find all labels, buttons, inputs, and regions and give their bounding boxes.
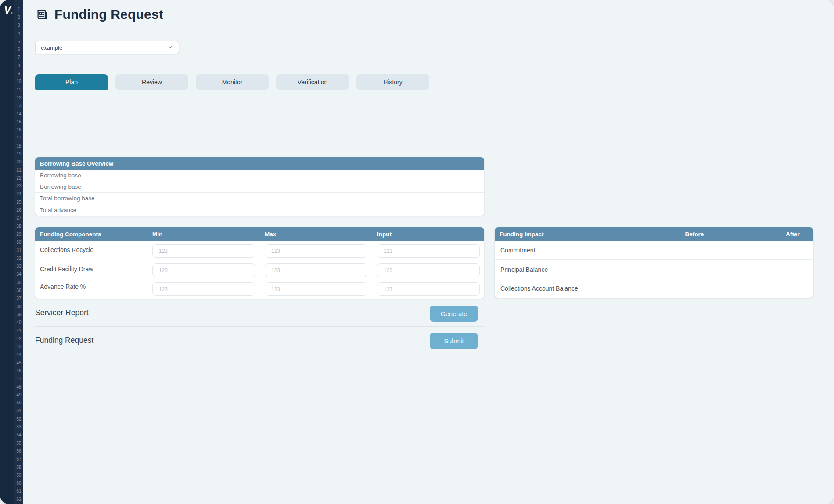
input-credit-facility-draw-input[interactable] xyxy=(377,263,480,277)
line-number: 10 xyxy=(14,78,23,86)
funding-components-header: Funding Components Min Max Input xyxy=(35,227,484,241)
line-number: 42 xyxy=(14,335,23,342)
line-number: 18 xyxy=(14,142,23,150)
line-number: 49 xyxy=(14,391,23,399)
line-number: 3 xyxy=(14,22,23,29)
input-advance-rate-max[interactable] xyxy=(265,282,367,296)
column-header-before: Before xyxy=(685,227,704,241)
line-number: 9 xyxy=(14,69,23,77)
deal-select[interactable]: example xyxy=(35,41,179,54)
line-number: 56 xyxy=(14,447,23,455)
servicer-report-label: Servicer Report xyxy=(35,308,89,317)
line-number: 4 xyxy=(14,29,23,37)
page-title: Funding Request xyxy=(54,7,163,22)
line-number: 48 xyxy=(14,383,23,391)
line-number: 24 xyxy=(14,190,23,198)
line-number: 11 xyxy=(14,86,23,94)
line-number: 14 xyxy=(14,110,23,118)
table-row: Collections Account Balance xyxy=(495,279,813,298)
input-advance-rate-min[interactable] xyxy=(152,282,255,296)
line-number: 52 xyxy=(14,415,23,423)
column-header-max: Max xyxy=(265,227,276,241)
line-number: 41 xyxy=(14,327,23,335)
line-number: 43 xyxy=(14,342,23,350)
logo-dot: . xyxy=(10,4,12,16)
app-window: V. 1234567891011121314151617181920212223… xyxy=(0,0,834,504)
app-logo[interactable]: V. xyxy=(3,4,14,16)
line-number: 26 xyxy=(14,206,23,214)
line-number: 15 xyxy=(14,118,23,126)
table-title: Borrowing Base Overview xyxy=(40,160,113,167)
line-number: 32 xyxy=(14,254,23,262)
line-number: 13 xyxy=(14,102,23,110)
input-collections-recycle-max[interactable] xyxy=(265,244,367,258)
line-number: 54 xyxy=(14,431,23,439)
newspaper-icon xyxy=(36,8,48,21)
line-number: 12 xyxy=(14,94,23,101)
line-number: 38 xyxy=(14,302,23,310)
tab-review[interactable]: Review xyxy=(115,74,188,90)
line-number: 60 xyxy=(14,479,23,487)
generate-button[interactable]: Generate xyxy=(430,306,478,322)
table-row: Total advance xyxy=(35,204,484,216)
line-number: 53 xyxy=(14,423,23,431)
line-number: 34 xyxy=(14,270,23,278)
input-collections-recycle-input[interactable] xyxy=(377,244,480,258)
line-number: 17 xyxy=(14,134,23,142)
line-number: 27 xyxy=(14,214,23,222)
line-number: 19 xyxy=(14,150,23,158)
line-number: 55 xyxy=(14,439,23,447)
line-number: 45 xyxy=(14,359,23,367)
line-number: 39 xyxy=(14,310,23,318)
line-number: 58 xyxy=(14,463,23,471)
line-number: 16 xyxy=(14,126,23,133)
line-number: 61 xyxy=(14,487,23,495)
submit-button[interactable]: Submit xyxy=(430,333,478,349)
line-number: 33 xyxy=(14,263,23,270)
chevron-down-icon xyxy=(167,44,173,52)
tab-bar: Plan Review Monitor Verification History xyxy=(35,74,429,90)
line-number: 31 xyxy=(14,246,23,254)
borrowing-base-header: Borrowing Base Overview xyxy=(35,157,484,170)
row-label-collections-recycle: Collections Recycle xyxy=(40,246,93,253)
borrowing-base-table: Borrowing Base Overview Borrowing base B… xyxy=(35,157,484,216)
tab-plan[interactable]: Plan xyxy=(35,74,108,90)
table-title: Funding Components xyxy=(40,231,101,238)
line-number: 57 xyxy=(14,455,23,463)
line-number: 1 xyxy=(14,5,23,13)
line-number: 46 xyxy=(14,367,23,374)
funding-impact-header: Funding Impact Before After xyxy=(495,227,813,241)
line-number: 30 xyxy=(14,238,23,246)
table-title: Funding Impact xyxy=(500,231,544,238)
main-content: Funding Request example Plan Review Moni… xyxy=(23,0,834,504)
row-label-credit-facility-draw: Credit Facility Draw xyxy=(40,266,93,273)
input-advance-rate-input[interactable] xyxy=(377,282,480,296)
line-number: 37 xyxy=(14,295,23,302)
line-number: 40 xyxy=(14,319,23,327)
input-credit-facility-draw-min[interactable] xyxy=(152,263,255,277)
divider xyxy=(35,326,484,327)
tab-verification[interactable]: Verification xyxy=(276,74,349,90)
line-number: 21 xyxy=(14,166,23,174)
funding-components-table: Funding Components Min Max Input Collect… xyxy=(35,227,484,299)
funding-impact-table: Funding Impact Before After Commitment P… xyxy=(495,227,813,298)
line-number: 44 xyxy=(14,351,23,359)
line-number: 8 xyxy=(14,61,23,69)
row-label-advance-rate: Advance Rate % xyxy=(40,283,86,290)
divider xyxy=(35,355,484,355)
line-number: 36 xyxy=(14,286,23,294)
sidebar: V. 1234567891011121314151617181920212223… xyxy=(0,0,23,504)
tab-history[interactable]: History xyxy=(356,74,429,90)
table-row: Total borrowing base xyxy=(35,193,484,204)
column-header-input: Input xyxy=(377,227,392,241)
line-number: 22 xyxy=(14,174,23,182)
input-collections-recycle-min[interactable] xyxy=(152,244,255,258)
line-number: 28 xyxy=(14,222,23,230)
line-number: 6 xyxy=(14,45,23,53)
input-credit-facility-draw-max[interactable] xyxy=(265,263,367,277)
line-number: 2 xyxy=(14,13,23,21)
tab-monitor[interactable]: Monitor xyxy=(196,74,269,90)
column-header-min: Min xyxy=(152,227,162,241)
line-number: 25 xyxy=(14,198,23,206)
line-number-gutter: 1234567891011121314151617181920212223242… xyxy=(14,0,23,504)
